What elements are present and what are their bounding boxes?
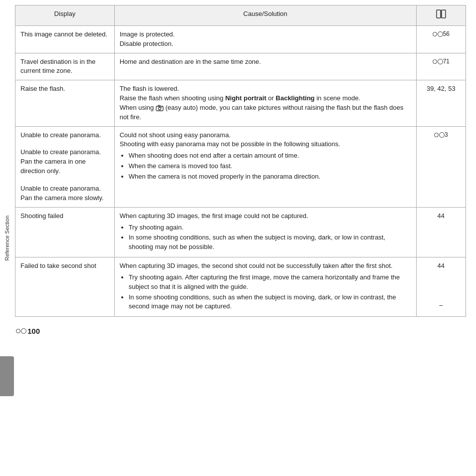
display-text: Raise the flash. [20, 85, 65, 92]
second-shot-bullets: Try shooting again. After capturing the … [120, 273, 411, 311]
cause-cell: When capturing 3D images, the first imag… [114, 207, 416, 257]
panorama-bullets: When shooting does not end after a certa… [120, 151, 411, 182]
display-cell: Shooting failed [15, 207, 115, 257]
circle-pair-footer [16, 328, 26, 334]
bullet-item: Try shooting again. After capturing the … [129, 273, 411, 292]
display-cell-panorama2: Unable to create panorama. Pan the camer… [15, 144, 115, 180]
display-text: This image cannot be deleted. [20, 30, 107, 38]
circle-small [434, 133, 439, 137]
cause-text: When capturing 3D images, the second sho… [120, 262, 411, 311]
bullet-item: Try shooting again. [129, 223, 411, 233]
cause-text: Image is protected.Disable protection. [120, 30, 175, 47]
svg-rect-0 [437, 10, 441, 18]
bullet-item: When the camera is not moved properly in… [129, 172, 411, 182]
display-text: Travel destination is in the current tim… [20, 58, 96, 75]
display-cell: Travel destination is in the current tim… [15, 53, 115, 80]
header-cause: Cause/Solution [114, 5, 416, 26]
table-row-shooting-failed: Shooting failed When capturing 3D images… [15, 207, 466, 257]
bullet-item: When shooting does not end after a certa… [129, 151, 411, 161]
book-icon [436, 9, 447, 18]
ref-cell-second-shot: 44 – [416, 257, 466, 317]
cause-text: Home and destination are in the same tim… [120, 58, 261, 65]
ref-cell: 56 [416, 25, 466, 53]
cause-text: When capturing 3D images, the first imag… [120, 212, 411, 252]
footer-symbol: 100 [16, 327, 40, 335]
circle-pair [433, 31, 443, 37]
svg-rect-5 [158, 105, 160, 107]
cause-cell: The flash is lowered. Raise the flash wh… [114, 80, 416, 126]
display-text: Unable to create panorama. Pan the camer… [20, 185, 104, 202]
page-wrapper: Reference Section Display Cause/Solution [0, 0, 476, 476]
cause-cell: Home and destination are in the same tim… [114, 53, 416, 80]
cause-cell: Image is protected.Disable protection. [114, 25, 416, 53]
circle-large [21, 328, 26, 334]
side-label: Reference Section [0, 0, 14, 476]
display-text: Failed to take second shot [20, 262, 96, 269]
svg-rect-6 [161, 107, 162, 108]
table-header-row: Display Cause/Solution [15, 5, 466, 26]
cause-cell: When capturing 3D images, the second sho… [114, 257, 416, 317]
display-text: Unable to create panorama. [20, 131, 101, 139]
cause-text: Could not shoot using easy panorama. Sho… [120, 131, 411, 182]
camera-easy-icon [156, 105, 164, 111]
ref-cell: 71 [416, 53, 466, 80]
display-cell-panorama3: Unable to create panorama. Pan the camer… [15, 180, 115, 207]
cause-text: The flash is lowered. Raise the flash wh… [120, 85, 404, 121]
circle-large [438, 59, 443, 64]
display-cell: Raise the flash. [15, 80, 115, 126]
ref-symbol: 3 [434, 131, 448, 139]
table-row-second-shot: Failed to take second shot When capturin… [15, 257, 466, 317]
ref-text: 44 [438, 212, 445, 220]
header-display: Display [15, 5, 115, 26]
bold-text: Night portrait [225, 94, 266, 102]
bullet-item: When the camera is moved too fast. [129, 162, 411, 171]
display-text: Unable to create panorama. Pan the camer… [20, 148, 101, 175]
table-row: This image cannot be deleted. Image is p… [15, 25, 466, 53]
shooting-bullets: Try shooting again. In some shooting con… [120, 223, 411, 252]
ref-symbol: 71 [433, 57, 450, 66]
ref-cell: 44 [416, 207, 466, 257]
header-ref [416, 5, 466, 26]
ref-text: 39, 42, 53 [427, 85, 456, 92]
display-cell: Failed to take second shot [15, 257, 115, 317]
table-row-panorama: Unable to create panorama. Could not sho… [15, 126, 466, 144]
circle-small [16, 329, 20, 333]
svg-point-4 [158, 107, 161, 110]
reference-table: Display Cause/Solution [15, 5, 466, 317]
circle-large [438, 31, 443, 37]
cause-cell-panorama: Could not shoot using easy panorama. Sho… [114, 126, 416, 207]
bullet-item: In some shooting conditions, such as whe… [129, 293, 411, 312]
circle-large [439, 132, 445, 138]
main-content: Display Cause/Solution [15, 5, 466, 476]
table-row: Raise the flash. The flash is lowered. R… [15, 80, 466, 126]
bullet-item: In some shooting conditions, such as whe… [129, 233, 411, 252]
page-number: 100 [27, 327, 40, 335]
ref-symbol: 56 [433, 30, 450, 38]
circle-small [433, 59, 437, 64]
display-cell: This image cannot be deleted. [15, 25, 115, 53]
ref-cell-panorama: 3 [416, 126, 466, 207]
side-tab [0, 356, 14, 396]
side-label-text: Reference Section [4, 216, 10, 261]
circle-pair [433, 59, 443, 64]
ref-text-bottom: – [422, 301, 461, 310]
bold-text: Backlighting [276, 94, 315, 102]
display-cell-panorama1: Unable to create panorama. [15, 126, 115, 144]
svg-rect-1 [442, 10, 446, 18]
display-text: Shooting failed [20, 212, 63, 220]
table-row: Travel destination is in the current tim… [15, 53, 466, 80]
ref-text-top: 44 [422, 261, 461, 271]
circle-pair [434, 132, 445, 138]
circle-small [433, 32, 437, 36]
ref-cell: 39, 42, 53 [416, 80, 466, 126]
footer: 100 [15, 327, 466, 335]
